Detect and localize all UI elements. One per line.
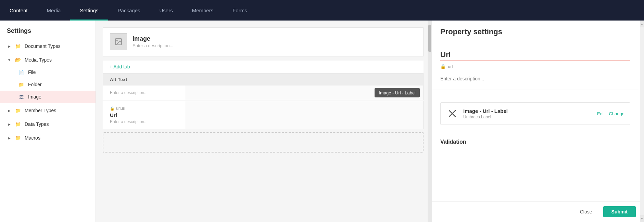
settings-panel-footer: Close Submit: [432, 201, 644, 222]
property-name-input[interactable]: [440, 49, 630, 61]
image-label: Image: [28, 94, 41, 100]
validation-section: Validation: [432, 132, 639, 152]
content-area: Image Enter a description... + Add tab A…: [96, 21, 432, 222]
property-section-url: 🔒 urlurl Url Enter a description...: [103, 101, 424, 129]
top-nav: Content Media Settings Packages Users Me…: [0, 0, 644, 21]
sidebar-item-data-types[interactable]: ▶ 📁 Data Types: [0, 118, 96, 130]
submit-button[interactable]: Submit: [603, 206, 636, 217]
settings-panel-body[interactable]: 🔒 url Image - Url: [432, 42, 644, 201]
add-tab-button[interactable]: + Add tab: [103, 61, 424, 73]
image-icon: 🖼: [18, 93, 25, 100]
content-pane[interactable]: Image Enter a description... + Add tab A…: [96, 21, 432, 222]
validation-title: Validation: [440, 139, 630, 145]
property-section-alt-text: Alt Text Enter a description... Image - …: [103, 73, 424, 100]
media-types-label: Media Types: [25, 57, 52, 63]
alt-text-row: Enter a description... Image - Url - Lab…: [103, 86, 423, 100]
chevron-right-icon-3: ▶: [7, 122, 12, 127]
sidebar-item-file[interactable]: 📄 File: [0, 66, 96, 78]
image-description: Enter a description...: [132, 43, 173, 48]
url-name: Url: [110, 112, 178, 118]
main-layout: Settings ▶ 📁 Document Types ▼ 📂 Media Ty…: [0, 21, 644, 222]
nav-users[interactable]: Users: [150, 0, 182, 21]
file-label: File: [28, 69, 36, 75]
sidebar-item-member-types[interactable]: ▶ 📁 Member Types: [0, 104, 96, 117]
nav-members[interactable]: Members: [182, 0, 223, 21]
url-left: 🔒 urlurl Url Enter a description...: [103, 101, 185, 129]
svg-point-1: [117, 40, 118, 41]
scroll-track[interactable]: [428, 21, 432, 222]
sidebar-item-folder[interactable]: 📁 Folder: [0, 78, 96, 91]
sidebar-item-document-types[interactable]: ▶ 📁 Document Types: [0, 40, 96, 52]
image-card: Image Enter a description...: [103, 27, 424, 56]
settings-panel-title: Property settings: [440, 27, 636, 36]
url-desc: Enter a description...: [110, 119, 178, 124]
nav-media[interactable]: Media: [37, 0, 71, 21]
folder-label: Folder: [28, 82, 42, 87]
data-types-label: Data Types: [25, 121, 49, 127]
folder-open-icon: 📂: [14, 56, 21, 63]
scroll-up-arrow[interactable]: ▲: [640, 21, 644, 27]
editor-card: Image - Url - Label Umbraco.Label Edit C…: [440, 102, 630, 125]
nav-settings[interactable]: Settings: [70, 0, 108, 21]
image-title: Image: [132, 35, 173, 42]
drop-zone[interactable]: [103, 132, 424, 153]
image-url-label-tooltip: Image - Url - Label: [375, 88, 420, 97]
chevron-right-icon: ▶: [7, 44, 12, 49]
alt-text-header: Alt Text: [103, 74, 423, 86]
alias-value: url: [448, 64, 453, 69]
sidebar-section-member-types: ▶ 📁 Member Types: [0, 104, 96, 117]
editor-type-icon: [446, 107, 458, 120]
alias-row: 🔒 url: [440, 64, 630, 69]
settings-panel-header: Property settings: [432, 21, 644, 42]
change-button[interactable]: Change: [609, 111, 624, 116]
scroll-down-arrow[interactable]: ▼: [640, 215, 644, 222]
property-settings-panel: ▲ ▼ Property settings 🔒 url: [432, 21, 644, 222]
url-row: 🔒 urlurl Url Enter a description...: [103, 101, 423, 129]
sidebar-item-media-types[interactable]: ▼ 📂 Media Types: [0, 54, 96, 66]
chevron-right-icon-4: ▶: [7, 135, 12, 140]
member-types-label: Member Types: [25, 108, 56, 113]
property-description-input[interactable]: [440, 75, 630, 83]
sidebar-section-media-types: ▼ 📂 Media Types 📄 File 📁 Folder 🖼 Image: [0, 54, 96, 103]
close-button[interactable]: Close: [573, 206, 599, 217]
editor-actions: Edit Change: [597, 111, 624, 116]
file-icon: 📄: [18, 69, 25, 76]
editor-type: Umbraco.Label: [463, 115, 597, 119]
lock-icon: 🔒: [110, 106, 115, 111]
alt-text-left: Enter a description...: [103, 86, 185, 100]
chevron-down-icon: ▼: [7, 57, 12, 62]
folder-icon: 📁: [14, 43, 21, 50]
folder-member-icon: 📁: [14, 107, 21, 114]
editor-info: Image - Url - Label Umbraco.Label: [463, 108, 597, 119]
nav-forms[interactable]: Forms: [223, 0, 257, 21]
editor-section: Image - Url - Label Umbraco.Label Edit C…: [432, 90, 639, 132]
scroll-thumb[interactable]: [428, 25, 431, 52]
chevron-right-icon-2: ▶: [7, 108, 12, 113]
sidebar: Settings ▶ 📁 Document Types ▼ 📂 Media Ty…: [0, 21, 96, 222]
sidebar-section-macros: ▶ 📁 Macros: [0, 132, 96, 144]
nav-content[interactable]: Content: [0, 0, 37, 21]
macros-label: Macros: [25, 135, 40, 141]
panel-scrollbar[interactable]: ▲ ▼: [640, 21, 644, 222]
url-alias-text: url: [116, 106, 121, 111]
folder-macros-icon: 📁: [14, 134, 21, 141]
folder-child-icon: 📁: [18, 81, 25, 88]
sidebar-item-image[interactable]: 🖼 Image: [0, 91, 96, 103]
sidebar-section-data-types: ▶ 📁 Data Types: [0, 118, 96, 130]
alt-text-desc: Enter a description...: [110, 90, 178, 95]
document-types-label: Document Types: [25, 43, 61, 49]
image-thumbnail: [110, 33, 127, 50]
sidebar-section-document-types: ▶ 📁 Document Types: [0, 40, 96, 52]
url-alias: 🔒 urlurl: [110, 106, 178, 111]
name-input-wrapper: [440, 49, 630, 61]
folder-data-icon: 📁: [14, 121, 21, 128]
url-right: [185, 101, 423, 129]
image-info: Image Enter a description...: [132, 35, 173, 48]
alias-lock-icon: 🔒: [440, 64, 446, 69]
sidebar-item-macros[interactable]: ▶ 📁 Macros: [0, 132, 96, 144]
edit-button[interactable]: Edit: [597, 111, 605, 116]
alt-text-right: Image - Url - Label: [185, 86, 423, 100]
nav-packages[interactable]: Packages: [108, 0, 150, 21]
image-card-header: Image Enter a description...: [103, 28, 423, 56]
sidebar-title: Settings: [0, 27, 96, 40]
